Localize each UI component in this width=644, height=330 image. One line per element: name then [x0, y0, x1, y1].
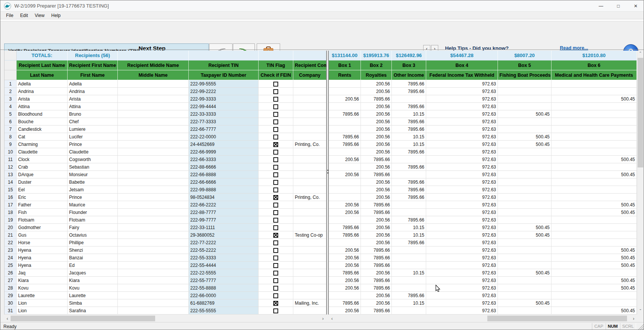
- cell-middle-name[interactable]: [118, 103, 189, 110]
- cell-box-4[interactable]: 972.63: [426, 171, 498, 178]
- cell-box-3[interactable]: [392, 277, 426, 284]
- cell-box-6[interactable]: 500.45: [552, 307, 637, 315]
- cell-first-name[interactable]: Jacques: [68, 269, 118, 277]
- cell-company[interactable]: Printing, Co.: [293, 141, 326, 148]
- cell-middle-name[interactable]: [118, 292, 189, 299]
- cell-box-1[interactable]: [329, 292, 361, 299]
- cell-box-5[interactable]: 500.45: [498, 133, 552, 141]
- cell-box-3[interactable]: 7895.66: [392, 178, 426, 186]
- row-number[interactable]: 14: [5, 178, 17, 186]
- row-number[interactable]: 22: [5, 239, 17, 246]
- row-number[interactable]: 28: [5, 284, 17, 292]
- fein-checkbox[interactable]: [273, 165, 278, 170]
- menu-file[interactable]: File: [3, 12, 17, 19]
- cell-box-6[interactable]: [552, 216, 637, 224]
- cell-box-5[interactable]: [498, 125, 552, 133]
- cell-box-4[interactable]: 972.63: [426, 156, 498, 163]
- right-hscroll-thumb[interactable]: [487, 316, 627, 321]
- cell-box-1[interactable]: 200.56: [329, 307, 361, 315]
- cell-box-3[interactable]: 7895.66: [392, 80, 426, 88]
- fein-checkbox[interactable]: [273, 180, 278, 185]
- cell-box-6[interactable]: [552, 224, 637, 231]
- fein-checkbox[interactable]: [273, 240, 278, 245]
- row-number[interactable]: 1: [5, 80, 17, 88]
- cell-box-2[interactable]: 200.56: [361, 269, 392, 277]
- row-number[interactable]: 11: [5, 156, 17, 163]
- menu-view[interactable]: View: [31, 12, 48, 19]
- cell-taxpayer-id[interactable]: 222-66-2222: [189, 201, 259, 209]
- cell-last-name[interactable]: Laurette: [17, 292, 68, 299]
- cell-taxpayer-id[interactable]: 222-66-8888: [189, 171, 259, 178]
- cell-fein-flag[interactable]: [259, 284, 293, 292]
- cell-company[interactable]: [293, 148, 326, 156]
- cell-first-name[interactable]: Bruno: [68, 110, 118, 118]
- cell-company[interactable]: [293, 254, 326, 262]
- cell-last-name[interactable]: Candlestick: [17, 125, 68, 133]
- cell-taxpayer-id[interactable]: 98-0524834: [189, 194, 259, 201]
- cell-box-3[interactable]: 7895.66: [392, 88, 426, 95]
- cell-last-name[interactable]: Arista: [17, 95, 68, 103]
- cell-middle-name[interactable]: [118, 141, 189, 148]
- cell-fein-flag[interactable]: [259, 80, 293, 88]
- cell-fein-flag[interactable]: [259, 277, 293, 284]
- cell-fein-flag[interactable]: [259, 88, 293, 95]
- cell-box-3[interactable]: [392, 201, 426, 209]
- row-number[interactable]: 9: [5, 141, 17, 148]
- cell-box-1[interactable]: 200.56: [329, 254, 361, 262]
- cell-fein-flag[interactable]: [259, 133, 293, 141]
- cell-company[interactable]: [293, 307, 326, 315]
- cell-company[interactable]: [293, 186, 326, 194]
- cell-box-2[interactable]: 7895.66: [361, 201, 392, 209]
- cell-box-5[interactable]: 500.45: [498, 110, 552, 118]
- cell-box-1[interactable]: 200.56: [329, 95, 361, 103]
- cell-box-3[interactable]: 7895.66: [392, 239, 426, 246]
- cell-middle-name[interactable]: [118, 163, 189, 171]
- cell-fein-flag[interactable]: [259, 246, 293, 254]
- cell-first-name[interactable]: Lumiere: [68, 125, 118, 133]
- cell-box-2[interactable]: 7895.66: [361, 209, 392, 216]
- cell-box-4[interactable]: 972.63: [426, 262, 498, 269]
- cell-fein-flag[interactable]: [259, 125, 293, 133]
- cell-middle-name[interactable]: [118, 133, 189, 141]
- fein-checkbox[interactable]: [273, 104, 278, 109]
- close-button[interactable]: ✕: [627, 0, 644, 12]
- cell-box-1[interactable]: 200.56: [329, 209, 361, 216]
- cell-fein-flag[interactable]: [259, 148, 293, 156]
- cell-box-2[interactable]: 200.56: [361, 110, 392, 118]
- cell-box-6[interactable]: [552, 299, 637, 307]
- cell-box-2[interactable]: 200.56: [361, 80, 392, 88]
- cell-box-2[interactable]: 200.56: [361, 194, 392, 201]
- fein-checkbox[interactable]: [273, 135, 278, 139]
- scroll-left-icon[interactable]: ‹: [4, 315, 11, 322]
- cell-fein-flag[interactable]: [259, 110, 293, 118]
- cell-box-1[interactable]: 7895.66: [329, 231, 361, 239]
- cell-fein-flag[interactable]: [259, 216, 293, 224]
- cell-box-5[interactable]: [498, 148, 552, 156]
- cell-taxpayer-id[interactable]: 222-55-4444: [189, 262, 259, 269]
- cell-first-name[interactable]: Kiara: [68, 277, 118, 284]
- cell-box-1[interactable]: 200.56: [329, 277, 361, 284]
- cell-fein-flag[interactable]: [259, 239, 293, 246]
- cell-box-2[interactable]: 7895.66: [361, 262, 392, 269]
- cell-last-name[interactable]: Lion: [17, 299, 68, 307]
- cell-box-5[interactable]: [498, 246, 552, 254]
- cell-box-1[interactable]: [329, 103, 361, 110]
- cell-box-3[interactable]: 10.15: [392, 133, 426, 141]
- cell-box-4[interactable]: 972.63: [426, 269, 498, 277]
- cell-taxpayer-id[interactable]: 222-55-3333: [189, 254, 259, 262]
- cell-first-name[interactable]: Phillipe: [68, 239, 118, 246]
- row-number[interactable]: 8: [5, 133, 17, 141]
- cell-middle-name[interactable]: [118, 88, 189, 95]
- cell-box-5[interactable]: 500.45: [498, 231, 552, 239]
- cell-company[interactable]: [293, 269, 326, 277]
- cell-middle-name[interactable]: [118, 171, 189, 178]
- cell-box-5[interactable]: [498, 171, 552, 178]
- fein-checkbox[interactable]: [273, 248, 278, 253]
- cell-middle-name[interactable]: [118, 231, 189, 239]
- cell-box-1[interactable]: 7895.66: [329, 224, 361, 231]
- cell-last-name[interactable]: Kiara: [17, 277, 68, 284]
- cell-middle-name[interactable]: [118, 95, 189, 103]
- left-horizontal-scrollbar[interactable]: ‹ ›: [4, 315, 326, 322]
- cell-last-name[interactable]: Cat: [17, 133, 68, 141]
- cell-box-5[interactable]: [498, 254, 552, 262]
